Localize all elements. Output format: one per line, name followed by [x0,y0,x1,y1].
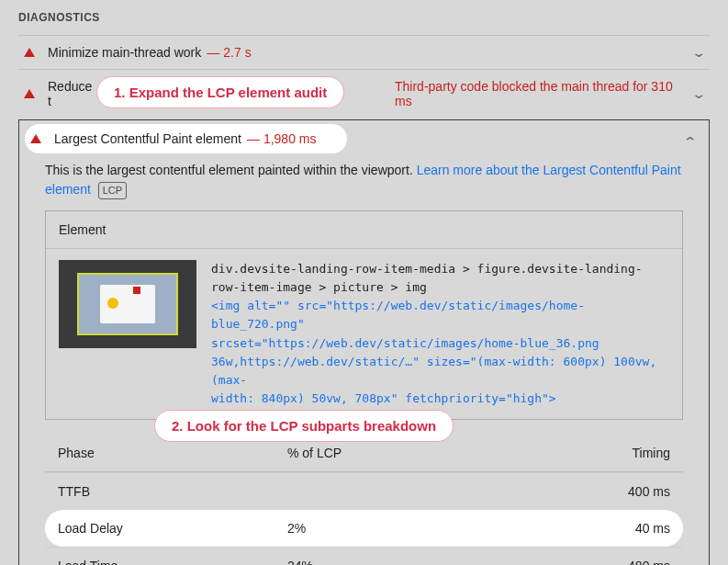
pct-cell: 2% [287,521,471,536]
timing-cell: 400 ms [471,484,670,499]
audit-description: This is the largest contentful element p… [19,157,709,210]
col-phase: Phase [58,446,287,460]
element-html-line: 36w,https://web.dev/static/…" sizes="(ma… [211,353,669,390]
timing-cell: 480 ms [471,559,670,565]
fail-icon [24,89,35,98]
desc-text: This is the largest contentful element p… [45,163,417,177]
element-box-header: Element [46,211,682,249]
phase-table: Phase % of LCP Timing TTFB400 msLoad Del… [45,435,683,565]
element-thumbnail [59,260,196,348]
diagnostics-heading: DIAGNOSTICS [18,11,710,24]
element-html-line: srcset="https://web.dev/static/images/ho… [211,334,669,353]
table-row: Load Time24%480 ms [45,547,683,565]
audit-tail: Third-party code blocked the main thread… [395,79,693,108]
chevron-up-icon: ⌄ [683,134,699,149]
element-code: div.devsite-landing-row-item-media > fig… [211,260,669,408]
audit-row-main-thread[interactable]: Minimize main-thread work — 2.7 s ⌄ [18,35,710,69]
fail-icon [24,48,35,57]
chevron-down-icon: ⌄ [691,45,707,60]
phase-cell: Load Time [58,559,287,565]
element-box: Element div.devsite-landing-row-item-med… [45,210,683,420]
annotation-callout-1: 1. Expand the LCP element audit [96,76,344,108]
element-html-line: width: 840px) 50vw, 708px" fetchpriority… [211,390,669,408]
audit-value: 2.7 s [223,45,251,60]
lcp-badge: LCP [98,182,127,199]
chevron-down-icon: ⌄ [691,86,707,101]
audit-expanded-lcp-element: Largest Contentful Paint element — 1,980… [18,119,710,565]
audit-title: Largest Contentful Paint element [54,131,241,146]
audit-title: Reduce t [48,79,99,108]
audit-header-lcp-element[interactable]: Largest Contentful Paint element — 1,980… [19,120,709,157]
phase-cell: Load Delay [58,521,287,536]
dash: — [207,45,219,60]
timing-cell: 40 ms [471,521,670,536]
phase-cell: TTFB [58,484,287,499]
pct-cell: 24% [287,559,471,565]
fail-icon [30,134,41,143]
element-selector: div.devsite-landing-row-item-media > fig… [211,260,669,297]
dash: — [247,131,260,146]
table-row: TTFB400 ms [45,472,683,510]
annotation-callout-2: 2. Look for the LCP subparts breakdown [154,410,454,442]
col-pct: % of LCP [287,446,471,460]
audit-title: Minimize main-thread work [48,45,201,60]
element-html-line: <img alt="" src="https://web.dev/static/… [211,297,669,333]
col-timing: Timing [471,446,670,460]
table-row: Load Delay2%40 ms [45,510,683,547]
audit-value: 1,980 ms [263,131,317,146]
